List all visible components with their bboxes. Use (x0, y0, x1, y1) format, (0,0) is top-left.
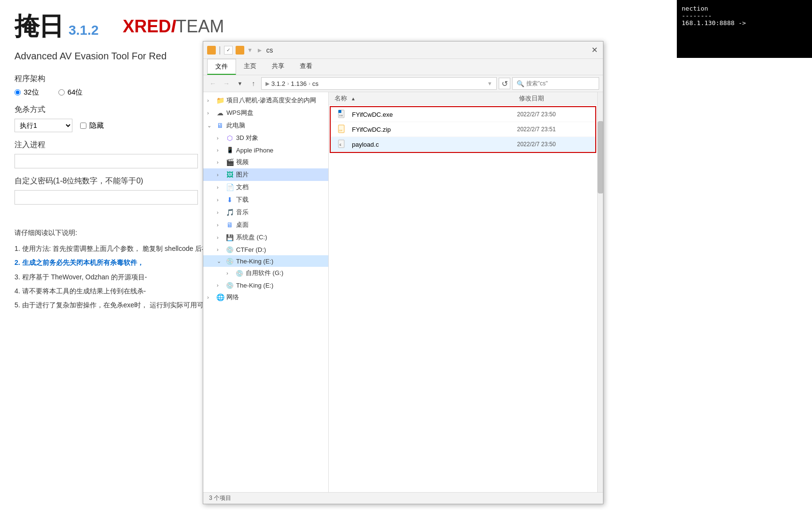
zip-icon: ZIP (336, 124, 348, 134)
nav-label: WPS网盘 (226, 109, 324, 117)
col-date-header: 修改日期 (519, 94, 591, 103)
svg-text:ZIP: ZIP (339, 129, 343, 132)
file-item-exe[interactable]: EXE FYifCwDC.exe 2022/2/7 23:50 (331, 107, 595, 122)
path-chevron-1: › (287, 81, 289, 86)
file-name: FYifCwDC.exe (352, 111, 517, 118)
nav-item-c[interactable]: › 💾 系统盘 (C:) (203, 231, 328, 244)
arch-32-radio[interactable]: 32位 (14, 88, 39, 97)
ribbon-tab-share[interactable]: 共享 (264, 59, 292, 75)
path-seg-2: 1.136 (291, 80, 307, 87)
scrollbar-thumb[interactable] (598, 121, 603, 193)
explorer-ribbon: 文件 主页 共享 查看 (203, 59, 603, 75)
nav-item-iphone[interactable]: › 📱 Apple iPhone (203, 144, 328, 156)
ribbon-tab-file[interactable]: 文件 (207, 59, 236, 75)
explorer-addressbar: ← → ▼ ↑ ▶ 3.1.2 › 1.136 › cs ▼ ↺ 🔍 (203, 75, 603, 92)
expand-icon: › (217, 184, 224, 190)
nav-item-desktop[interactable]: › 🖥 桌面 (203, 219, 328, 231)
nav-item-network[interactable]: › 🌐 网络 (203, 291, 328, 303)
nav-item-docs[interactable]: › 📄 文档 (203, 181, 328, 193)
nav-item-video[interactable]: › 🎬 视频 (203, 156, 328, 168)
nav-label: 此电脑 (226, 121, 324, 130)
nav-back-button[interactable]: ← (207, 78, 219, 89)
video-icon: 🎬 (225, 158, 234, 166)
nav-dropdown-button[interactable]: ▼ (234, 78, 246, 89)
iphone-icon: 📱 (225, 146, 234, 154)
brand-x: X (123, 16, 134, 37)
nav-item-project[interactable]: › 📁 项目八靶机-渗透高度安全的内网 (203, 94, 328, 107)
hide-checkbox-row: 隐藏 (80, 121, 104, 130)
inject-input[interactable] (14, 154, 198, 168)
refresh-button[interactable]: ↺ (499, 78, 510, 89)
col-name-header: 名称 ▲ (335, 94, 519, 103)
nav-label: 图片 (236, 170, 324, 179)
nav-item-g[interactable]: › 💿 自用软件 (G:) (203, 267, 328, 279)
terminal-window: nection -------- 168.1.130:8888 -> (677, 0, 812, 58)
expand-icon: › (217, 135, 224, 141)
app-title-group: 掩日 3.1.2 (14, 10, 98, 43)
address-path[interactable]: ▶ 3.1.2 › 1.136 › cs ▼ (261, 77, 497, 90)
expand-icon: ⌄ (207, 123, 214, 129)
expand-icon: › (207, 110, 214, 116)
nav-item-d[interactable]: › 💿 CTFer (D:) (203, 244, 328, 255)
image-icon: 🖼 (225, 171, 234, 179)
status-text: 3 个项目 (209, 494, 231, 502)
files-panel: 名称 ▲ 修改日期 EXE (329, 92, 597, 492)
nav-item-wps[interactable]: › ☁ WPS网盘 (203, 107, 328, 119)
nav-label: 网络 (226, 293, 324, 302)
password-input[interactable] (14, 190, 198, 205)
file-name: FYifCwDC.zip (352, 126, 517, 133)
search-input[interactable] (526, 80, 595, 87)
nav-item-images[interactable]: › 🖼 图片 (203, 168, 328, 181)
expand-icon: › (217, 222, 224, 228)
titlebar-separator: ▸ (258, 45, 262, 55)
expand-icon: › (217, 234, 224, 240)
titlebar-edit-icon: ✓ (224, 46, 233, 55)
arch-64-input[interactable] (58, 89, 65, 96)
close-button[interactable]: ✕ (589, 45, 599, 55)
folder-icon: 📁 (216, 97, 224, 104)
nav-label: The-King (E:) (236, 282, 324, 289)
explorer-files: EXE FYifCwDC.exe 2022/2/7 23:50 ZIP (329, 105, 597, 492)
nav-label: 系统盘 (C:) (236, 233, 324, 242)
nav-item-e[interactable]: ⌄ 💿 The-King (E:) (203, 255, 328, 267)
app-version: 3.1.2 (69, 23, 98, 38)
file-item-zip[interactable]: ZIP FYifCwDC.zip 2022/2/7 23:51 (331, 122, 595, 137)
nav-item-downloads[interactable]: › ⬇ 下载 (203, 193, 328, 206)
drive-c-icon: 💾 (225, 234, 234, 241)
nav-label: 音乐 (236, 208, 324, 217)
svg-text:c: c (339, 143, 341, 147)
file-date: 2022/2/7 23:51 (517, 126, 589, 133)
file-item-c[interactable]: c payload.c 2022/2/7 23:50 (331, 137, 595, 152)
nav-item-music[interactable]: › 🎵 音乐 (203, 206, 328, 219)
arch-64-radio[interactable]: 64位 (58, 88, 83, 97)
terminal-line1: nection (682, 5, 807, 12)
hide-checkbox[interactable] (80, 123, 86, 129)
nav-item-e2[interactable]: › 💿 The-King (E:) (203, 279, 328, 291)
titlebar-pipe: | (219, 45, 221, 55)
ribbon-tab-view[interactable]: 查看 (292, 59, 320, 75)
explorer-nav: › 📁 项目八靶机-渗透高度安全的内网 › ☁ WPS网盘 ⌄ 🖥 此电脑 › … (203, 92, 329, 492)
arch-32-label: 32位 (24, 88, 39, 97)
nav-label: 桌面 (236, 221, 324, 229)
drive-d-icon: 💿 (225, 246, 234, 253)
scrollbar-track[interactable] (597, 92, 603, 492)
nav-item-thispc[interactable]: ⌄ 🖥 此电脑 (203, 119, 328, 132)
expand-icon: › (217, 172, 224, 178)
nav-item-3d[interactable]: › ⬡ 3D 对象 (203, 132, 328, 144)
desktop-icon: 🖥 (225, 221, 234, 229)
nav-label: CTFer (D:) (236, 246, 324, 253)
brand-dot: I (171, 16, 176, 37)
drive-e2-icon: 💿 (225, 281, 234, 289)
arch-32-input[interactable] (14, 89, 21, 96)
nav-label: 自用软件 (G:) (246, 269, 324, 277)
nav-label: The-King (E:) (236, 258, 324, 265)
path-seg-1: 3.1.2 (271, 80, 285, 87)
3d-icon: ⬡ (225, 134, 234, 142)
path-chevron-2: › (308, 81, 310, 86)
ribbon-tab-home[interactable]: 主页 (236, 59, 264, 75)
nav-forward-button[interactable]: → (221, 78, 232, 89)
evasion-select[interactable]: 执行1 (14, 119, 72, 132)
nav-up-button[interactable]: ↑ (248, 78, 259, 89)
explorer-titlebar: | ✓ ▼ ▸ cs ✕ (203, 41, 603, 59)
music-icon: 🎵 (225, 208, 234, 216)
